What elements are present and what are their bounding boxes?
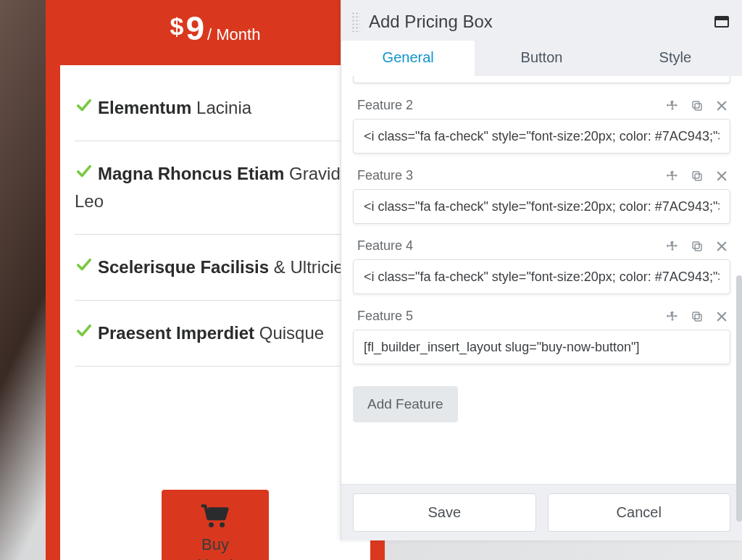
feature-setting-header: Feature 5 <box>353 309 730 330</box>
feature-strong: Elementum <box>98 98 191 117</box>
feature-rest: Quisque <box>254 323 324 343</box>
svg-rect-9 <box>693 312 699 319</box>
svg-rect-7 <box>693 242 699 248</box>
duplicate-icon[interactable] <box>690 99 704 113</box>
feature-rest: & Ultricies <box>269 257 352 277</box>
pricing-feature: Scelerisque Facilisis & Ultricies <box>75 234 356 300</box>
feature-setting-group: Feature 4 <box>353 238 730 294</box>
remove-icon[interactable] <box>714 99 729 113</box>
svg-rect-4 <box>695 174 701 180</box>
settings-header: Add Pricing Box <box>341 0 742 41</box>
feature-setting-label: Feature 4 <box>357 238 665 254</box>
remove-icon[interactable] <box>714 239 729 254</box>
move-icon[interactable] <box>665 169 680 183</box>
feature-value-input[interactable] <box>353 259 730 294</box>
duplicate-icon[interactable] <box>690 309 704 324</box>
scrollbar-thumb[interactable] <box>736 275 742 522</box>
feature-strong: Magna Rhoncus Etiam <box>98 164 284 183</box>
settings-panel: Add Pricing Box GeneralButtonStyle Featu… <box>341 0 742 540</box>
check-icon <box>75 94 93 122</box>
check-icon <box>75 160 93 188</box>
pricing-feature: Praesent Imperdiet Quisque <box>75 300 356 367</box>
remove-icon[interactable] <box>714 169 729 183</box>
settings-footer: Save Cancel <box>341 484 742 540</box>
feature-setting-label: Feature 5 <box>357 309 665 324</box>
cart-icon <box>199 519 231 531</box>
cancel-button[interactable]: Cancel <box>548 493 731 532</box>
buy-now-label: BuyNow! <box>169 535 262 560</box>
feature-setting-group: Feature 2 <box>353 98 730 154</box>
feature-strong: Scelerisque Facilisis <box>98 257 269 277</box>
feature-setting-label: Feature 2 <box>357 98 665 113</box>
settings-tabs: GeneralButtonStyle <box>341 41 742 76</box>
drag-handle-icon[interactable] <box>350 10 362 33</box>
pricing-feature: Elementum Lacinia <box>75 65 356 141</box>
move-icon[interactable] <box>665 239 680 254</box>
panel-title: Add Pricing Box <box>369 12 707 32</box>
feature-row-partial <box>353 76 730 83</box>
check-icon <box>75 254 93 281</box>
price-period: / Month <box>207 25 260 43</box>
duplicate-icon[interactable] <box>690 239 704 254</box>
save-button[interactable]: Save <box>353 493 536 532</box>
pricing-header: $9/ Month <box>46 0 385 65</box>
feature-setting-label: Feature 3 <box>357 168 665 183</box>
svg-point-0 <box>209 522 214 527</box>
feature-strong: Praesent Imperdiet <box>98 323 254 343</box>
move-icon[interactable] <box>665 309 680 324</box>
move-icon[interactable] <box>665 99 680 113</box>
feature-value-input[interactable] <box>353 330 730 364</box>
svg-rect-6 <box>695 244 701 251</box>
svg-rect-2 <box>695 104 701 110</box>
feature-setting-header: Feature 2 <box>353 98 730 119</box>
svg-rect-3 <box>693 101 699 108</box>
check-icon <box>75 319 93 347</box>
remove-icon[interactable] <box>714 309 729 324</box>
tab-style[interactable]: Style <box>609 41 742 76</box>
svg-rect-5 <box>693 172 699 178</box>
pricing-body: Elementum LaciniaMagna Rhoncus Etiam Gra… <box>60 65 370 560</box>
feature-value-input[interactable] <box>353 119 730 154</box>
svg-point-1 <box>220 522 225 527</box>
settings-scroll-area[interactable]: Feature 2Feature 3Feature 4Feature 5 Add… <box>341 76 742 484</box>
feature-setting-group: Feature 3 <box>353 168 730 224</box>
feature-setting-header: Feature 4 <box>353 238 730 259</box>
duplicate-icon[interactable] <box>690 169 704 183</box>
price-amount: 9 <box>186 9 204 47</box>
maximize-icon[interactable] <box>714 16 729 28</box>
add-feature-button[interactable]: Add Feature <box>353 386 458 422</box>
feature-setting-group: Feature 5 <box>353 309 730 364</box>
tab-button[interactable]: Button <box>475 41 608 76</box>
price-currency: $ <box>170 12 184 40</box>
tab-general[interactable]: General <box>341 41 475 76</box>
feature-setting-header: Feature 3 <box>353 168 730 189</box>
pricing-feature: Magna Rhoncus Etiam Gravida Leo <box>75 141 356 234</box>
svg-rect-8 <box>695 314 701 321</box>
buy-now-button[interactable]: BuyNow! <box>162 490 269 560</box>
feature-value-input[interactable] <box>353 189 730 224</box>
pricing-box: $9/ Month Elementum LaciniaMagna Rhoncus… <box>46 0 385 560</box>
feature-rest: Lacinia <box>191 98 251 117</box>
